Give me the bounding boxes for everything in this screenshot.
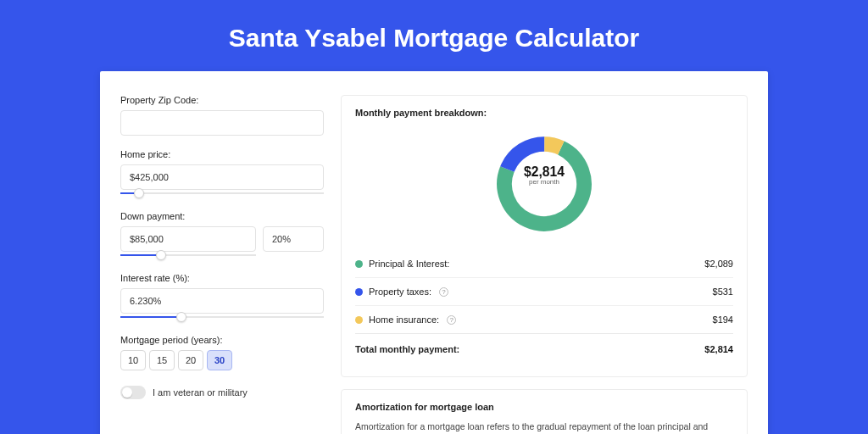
page-title: Santa Ysabel Mortgage Calculator (0, 0, 868, 71)
down-payment-field: Down payment: (120, 211, 324, 259)
amortization-title: Amortization for mortgage loan (355, 402, 733, 412)
period-30-button[interactable]: 30 (207, 350, 232, 370)
down-payment-slider[interactable] (120, 251, 256, 259)
legend-total-label: Total monthly payment: (355, 344, 459, 354)
legend-row-ins: Home insurance: ? $194 (355, 305, 733, 333)
donut-sub: per month (512, 179, 577, 186)
down-payment-pct-input[interactable] (263, 226, 324, 252)
legend-ins-value: $194 (713, 314, 733, 325)
legend-pi-label: Principal & Interest: (369, 259, 449, 269)
mortgage-period-label: Mortgage period (years): (120, 335, 324, 345)
legend-row-total: Total monthly payment: $2,814 (355, 333, 733, 363)
period-10-button[interactable]: 10 (120, 350, 146, 370)
legend-row-pi: Principal & Interest: $2,089 (355, 250, 733, 277)
legend-tax-value: $531 (713, 287, 733, 297)
donut-svg: $2,814 per month (492, 131, 597, 236)
breakdown-title: Monthly payment breakdown: (355, 108, 733, 118)
results-column: Monthly payment breakdown: $2,814 per mo… (341, 95, 748, 434)
zip-label: Property Zip Code: (120, 95, 324, 105)
home-price-input[interactable] (120, 164, 324, 190)
veteran-label: I am veteran or military (153, 387, 248, 398)
inputs-column: Property Zip Code: Home price: Down paym… (120, 95, 324, 434)
mortgage-period-field: Mortgage period (years): 10 15 20 30 (120, 335, 324, 370)
down-payment-label: Down payment: (120, 211, 324, 221)
legend-tax-label: Property taxes: (369, 287, 431, 297)
zip-input[interactable] (120, 110, 324, 136)
veteran-toggle[interactable] (120, 386, 146, 399)
interest-rate-label: Interest rate (%): (120, 273, 324, 283)
swatch-pi (355, 260, 363, 268)
legend: Principal & Interest: $2,089 Property ta… (355, 250, 733, 363)
zip-field: Property Zip Code: (120, 95, 324, 136)
veteran-row: I am veteran or military (120, 386, 324, 399)
interest-rate-slider[interactable] (120, 313, 324, 321)
home-price-label: Home price: (120, 149, 324, 159)
swatch-ins (355, 316, 363, 324)
calculator-card: Property Zip Code: Home price: Down paym… (100, 71, 768, 434)
legend-ins-label: Home insurance: (369, 314, 439, 325)
legend-total-value: $2,814 (704, 344, 733, 354)
donut-chart: $2,814 per month (355, 126, 733, 250)
home-price-field: Home price: (120, 149, 324, 198)
interest-rate-field: Interest rate (%): (120, 273, 324, 321)
info-icon[interactable]: ? (447, 315, 456, 325)
amortization-panel: Amortization for mortgage loan Amortizat… (341, 389, 748, 434)
interest-rate-input[interactable] (120, 288, 324, 314)
swatch-tax (355, 288, 363, 296)
period-15-button[interactable]: 15 (149, 350, 175, 370)
legend-pi-value: $2,089 (704, 259, 733, 269)
donut-amount: $2,814 (512, 164, 577, 179)
home-price-slider[interactable] (120, 189, 324, 198)
info-icon[interactable]: ? (439, 287, 448, 297)
down-payment-input[interactable] (120, 226, 256, 252)
breakdown-panel: Monthly payment breakdown: $2,814 per mo… (341, 95, 748, 377)
period-buttons: 10 15 20 30 (120, 350, 324, 370)
amortization-body: Amortization for a mortgage loan refers … (355, 420, 733, 434)
legend-row-tax: Property taxes: ? $531 (355, 277, 733, 305)
period-20-button[interactable]: 20 (178, 350, 203, 370)
